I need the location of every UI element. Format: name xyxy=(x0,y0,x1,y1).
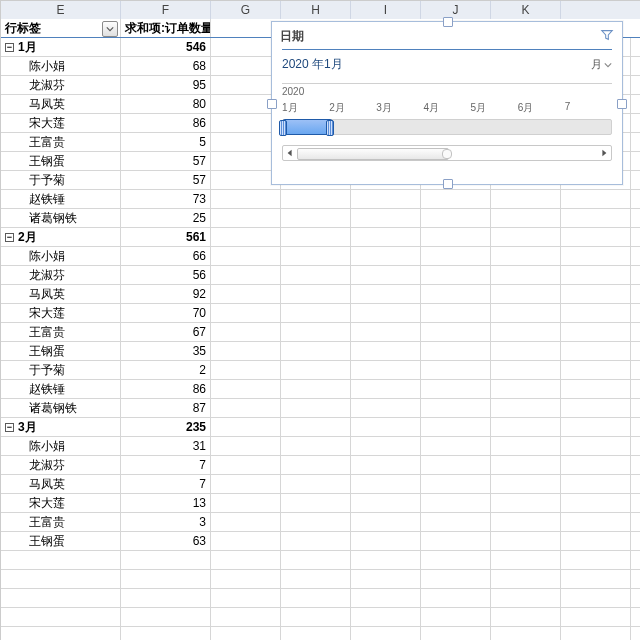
row-value-cell[interactable]: 3 xyxy=(121,513,211,531)
pivot-group-row[interactable]: −3月235 xyxy=(1,418,640,437)
row-value-cell[interactable]: 87 xyxy=(121,399,211,417)
pivot-item-row[interactable]: 赵铁锤86 xyxy=(1,380,640,399)
timeline-scrollbar[interactable] xyxy=(282,145,612,161)
empty-row[interactable] xyxy=(1,608,640,627)
row-value-cell[interactable]: 35 xyxy=(121,342,211,360)
resize-handle-n[interactable] xyxy=(443,17,453,27)
pivot-item-row[interactable]: 诸葛钢铁25 xyxy=(1,209,640,228)
row-value-cell[interactable]: 7 xyxy=(121,475,211,493)
row-value-cell[interactable]: 561 xyxy=(121,228,211,246)
col-header-H[interactable]: H xyxy=(281,1,351,19)
pivot-item-row[interactable]: 王富贵67 xyxy=(1,323,640,342)
collapse-toggle[interactable]: − xyxy=(5,423,14,432)
row-value-cell[interactable]: 67 xyxy=(121,323,211,341)
row-value-cell[interactable]: 66 xyxy=(121,247,211,265)
pivot-item-row[interactable]: 赵铁锤73 xyxy=(1,190,640,209)
row-label-cell[interactable]: 龙淑芬 xyxy=(1,456,121,474)
pivot-item-row[interactable]: 王钢蛋35 xyxy=(1,342,640,361)
pivot-item-row[interactable]: 王钢蛋63 xyxy=(1,532,640,551)
col-header-F[interactable]: F xyxy=(121,1,211,19)
pivot-item-row[interactable]: 宋大莲70 xyxy=(1,304,640,323)
timeline-track[interactable] xyxy=(282,119,612,135)
scroll-thumb-grip[interactable] xyxy=(442,149,452,159)
col-header-K[interactable]: K xyxy=(491,1,561,19)
row-value-cell[interactable]: 57 xyxy=(121,171,211,189)
pivot-group-row[interactable]: −2月561 xyxy=(1,228,640,247)
collapse-toggle[interactable]: − xyxy=(5,43,14,52)
empty-row[interactable] xyxy=(1,570,640,589)
scroll-thumb[interactable] xyxy=(297,148,449,160)
empty-row[interactable] xyxy=(1,627,640,640)
row-label-cell[interactable]: 王钢蛋 xyxy=(1,342,121,360)
timeline-slicer[interactable]: 日期 2020 年1月 月 2020 1月2月3月4月5月6月7 xyxy=(271,21,623,185)
pivot-value-header[interactable]: 求和项:订单数量 xyxy=(121,19,211,37)
row-label-cell[interactable]: 赵铁锤 xyxy=(1,380,121,398)
row-value-cell[interactable]: 25 xyxy=(121,209,211,227)
timeline-handle-right[interactable] xyxy=(326,120,334,136)
row-label-cell[interactable]: 于予菊 xyxy=(1,171,121,189)
row-label-cell[interactable]: 王富贵 xyxy=(1,513,121,531)
pivot-item-row[interactable]: 陈小娟66 xyxy=(1,247,640,266)
row-label-cell[interactable]: 于予菊 xyxy=(1,361,121,379)
row-label-cell[interactable]: 宋大莲 xyxy=(1,114,121,132)
row-label-cell[interactable]: 王钢蛋 xyxy=(1,152,121,170)
pivot-item-row[interactable]: 于予菊2 xyxy=(1,361,640,380)
row-label-cell[interactable]: −1月 xyxy=(1,38,121,56)
timeline-level-selector[interactable]: 月 xyxy=(591,57,612,72)
row-value-cell[interactable]: 235 xyxy=(121,418,211,436)
pivot-row-label-header[interactable]: 行标签 xyxy=(1,19,121,37)
pivot-item-row[interactable]: 马凤英92 xyxy=(1,285,640,304)
scroll-right-button[interactable] xyxy=(597,147,611,159)
collapse-toggle[interactable]: − xyxy=(5,233,14,242)
row-value-cell[interactable]: 56 xyxy=(121,266,211,284)
pivot-item-row[interactable]: 宋大莲13 xyxy=(1,494,640,513)
row-label-filter-button[interactable] xyxy=(102,21,118,37)
resize-handle-e[interactable] xyxy=(617,99,627,109)
row-label-cell[interactable]: 王富贵 xyxy=(1,323,121,341)
row-value-cell[interactable]: 92 xyxy=(121,285,211,303)
resize-handle-w[interactable] xyxy=(267,99,277,109)
row-label-cell[interactable]: 陈小娟 xyxy=(1,57,121,75)
row-label-cell[interactable]: 诸葛钢铁 xyxy=(1,399,121,417)
col-header-E[interactable]: E xyxy=(1,1,121,19)
row-value-cell[interactable]: 73 xyxy=(121,190,211,208)
row-label-cell[interactable]: 马凤英 xyxy=(1,95,121,113)
row-label-cell[interactable]: −2月 xyxy=(1,228,121,246)
row-label-cell[interactable]: 龙淑芬 xyxy=(1,266,121,284)
timeline-handle-left[interactable] xyxy=(279,120,287,136)
pivot-item-row[interactable]: 马凤英7 xyxy=(1,475,640,494)
row-label-cell[interactable]: 陈小娟 xyxy=(1,437,121,455)
row-value-cell[interactable]: 7 xyxy=(121,456,211,474)
row-value-cell[interactable]: 2 xyxy=(121,361,211,379)
clear-filter-button[interactable] xyxy=(600,28,614,45)
pivot-item-row[interactable]: 陈小娟31 xyxy=(1,437,640,456)
row-value-cell[interactable]: 5 xyxy=(121,133,211,151)
resize-handle-s[interactable] xyxy=(443,179,453,189)
row-value-cell[interactable]: 86 xyxy=(121,114,211,132)
row-label-cell[interactable]: 马凤英 xyxy=(1,475,121,493)
row-value-cell[interactable]: 86 xyxy=(121,380,211,398)
row-label-cell[interactable]: 王钢蛋 xyxy=(1,532,121,550)
row-label-cell[interactable]: 王富贵 xyxy=(1,133,121,151)
pivot-item-row[interactable]: 龙淑芬56 xyxy=(1,266,640,285)
pivot-item-row[interactable]: 龙淑芬7 xyxy=(1,456,640,475)
row-value-cell[interactable]: 546 xyxy=(121,38,211,56)
row-label-cell[interactable]: 宋大莲 xyxy=(1,494,121,512)
empty-row[interactable] xyxy=(1,589,640,608)
row-value-cell[interactable]: 13 xyxy=(121,494,211,512)
row-label-cell[interactable]: 陈小娟 xyxy=(1,247,121,265)
row-value-cell[interactable]: 63 xyxy=(121,532,211,550)
row-label-cell[interactable]: −3月 xyxy=(1,418,121,436)
col-header-I[interactable]: I xyxy=(351,1,421,19)
row-value-cell[interactable]: 95 xyxy=(121,76,211,94)
col-header-J[interactable]: J xyxy=(421,1,491,19)
row-label-cell[interactable]: 宋大莲 xyxy=(1,304,121,322)
row-value-cell[interactable]: 70 xyxy=(121,304,211,322)
pivot-item-row[interactable]: 王富贵3 xyxy=(1,513,640,532)
row-value-cell[interactable]: 80 xyxy=(121,95,211,113)
scroll-left-button[interactable] xyxy=(283,147,297,159)
pivot-item-row[interactable]: 诸葛钢铁87 xyxy=(1,399,640,418)
row-value-cell[interactable]: 31 xyxy=(121,437,211,455)
row-label-cell[interactable]: 赵铁锤 xyxy=(1,190,121,208)
row-value-cell[interactable]: 57 xyxy=(121,152,211,170)
